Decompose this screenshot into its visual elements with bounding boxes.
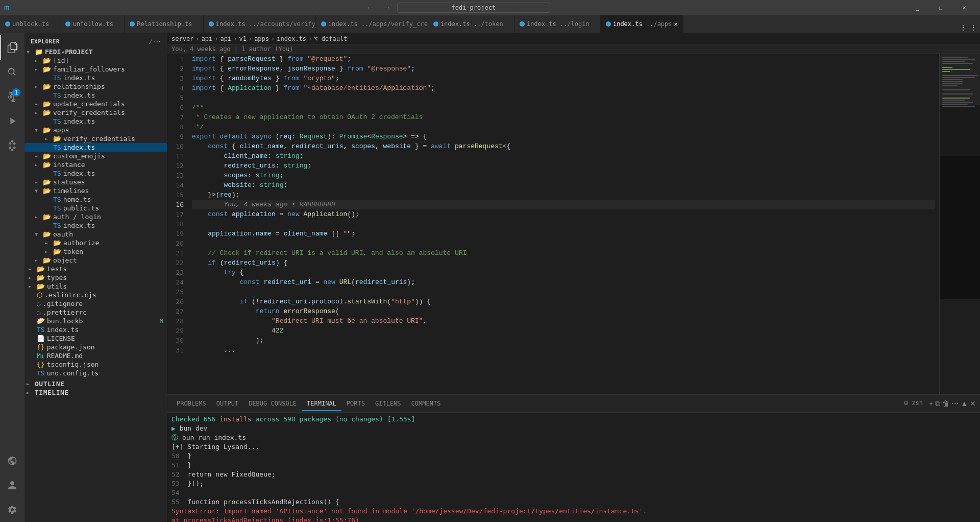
new-file-button[interactable]: ∕	[151, 37, 152, 45]
tree-item-package-json[interactable]: {} package.json	[24, 343, 167, 351]
new-terminal-button[interactable]: +	[929, 399, 933, 408]
tab-label: index.ts ../apps	[613, 20, 672, 28]
tree-item-apps[interactable]: ▼ 📂 apps	[24, 126, 167, 134]
maximize-button[interactable]: □	[929, 0, 952, 15]
tree-item-home[interactable]: TS home.ts	[24, 195, 167, 204]
tree-item-auth-login[interactable]: ► 📂 auth / login	[24, 212, 167, 221]
tab-index-accounts[interactable]: index.ts ../accounts/verify_credentials …	[204, 15, 316, 33]
tab-ports[interactable]: PORTS	[341, 397, 370, 410]
tree-item-authorize[interactable]: ► 📂 authorize	[24, 239, 167, 247]
tree-item-familiar-followers[interactable]: ► 📂 familiar_followers	[24, 65, 167, 74]
tree-item-verify-credentials[interactable]: ► 📂 verify_credentials	[24, 108, 167, 117]
tab-index-apps-verify[interactable]: index.ts ../apps/verify_credentials ✕	[316, 15, 428, 33]
timeline-section[interactable]: ► TIMELINE	[24, 388, 167, 397]
tab-label: unfollow.ts	[72, 20, 113, 28]
chevron-right-icon: ►	[35, 257, 43, 263]
activity-item-settings[interactable]	[0, 497, 24, 522]
tree-item-index-root[interactable]: TS index.ts	[24, 325, 167, 334]
tab-close-icon[interactable]: ✕	[674, 20, 678, 28]
minimize-button[interactable]: ⎯	[905, 0, 929, 15]
tree-item-timelines[interactable]: ▼ 📂 timelines	[24, 186, 167, 195]
tree-item-license[interactable]: 📄 LICENSE	[24, 334, 167, 343]
top-bar-left: ⊞	[4, 3, 9, 13]
tree-item-public[interactable]: TS public.ts	[24, 204, 167, 212]
tab-index-login[interactable]: index.ts ../login ✕	[514, 15, 601, 33]
tree-item-gitignore[interactable]: ◌ .gitignore	[24, 299, 167, 308]
ts-file-icon: TS	[37, 369, 45, 377]
tree-item-familiar-index[interactable]: TS index.ts	[24, 74, 167, 82]
tab-output[interactable]: OUTPUT	[211, 397, 243, 410]
tab-problems[interactable]: PROBLEMS	[172, 397, 211, 410]
activity-item-run[interactable]	[0, 109, 24, 133]
activity-item-remote[interactable]	[0, 448, 24, 473]
tree-item-apps-verify-credentials[interactable]: ► 📂 verify_credentials	[24, 134, 167, 143]
tab-relationship[interactable]: Relationship.ts ✕	[125, 15, 204, 33]
tree-item-oauth[interactable]: ▼ 📂 oauth	[24, 230, 167, 239]
source-control-badge: 1	[12, 88, 20, 97]
tree-item-tsconfig[interactable]: {} tsconfig.json	[24, 360, 167, 369]
ts-file-icon: TS	[53, 74, 61, 82]
tab-unblock[interactable]: unblock.ts ✕	[0, 15, 60, 33]
tree-item-apps-index[interactable]: TS index.ts	[24, 143, 167, 152]
chevron-right-icon: ►	[35, 214, 43, 220]
tree-item-token[interactable]: ► 📂 token	[24, 247, 167, 256]
terminal-line-num: 52	[172, 470, 180, 478]
tree-item-object[interactable]: ► 📂 object	[24, 256, 167, 265]
project-root[interactable]: ▼ 📁 FEDI-PROJECT	[24, 48, 167, 56]
activity-item-source-control[interactable]: 1	[0, 84, 24, 109]
tree-item-update-credentials[interactable]: ► 📂 update_credentials	[24, 100, 167, 108]
tree-item-statuses[interactable]: ► 📂 statuses	[24, 178, 167, 186]
config-file-icon: ⬡	[37, 291, 42, 299]
chevron-right-icon: ►	[45, 249, 53, 254]
new-folder-button[interactable]: ⋯	[154, 37, 161, 45]
code-content[interactable]: import { parseRequest } from "@request";…	[188, 54, 939, 394]
tree-item-verify-index[interactable]: TS index.ts	[24, 117, 167, 126]
tab-gitlens[interactable]: GITLENS	[370, 397, 406, 410]
tree-item-uno-config[interactable]: TS uno.config.ts	[24, 369, 167, 377]
more-actions-button[interactable]: ⋮	[969, 22, 978, 33]
tree-item-custom-emojis[interactable]: ► 📂 custom_emojis	[24, 152, 167, 160]
split-editor-button[interactable]: ⋮	[959, 22, 968, 33]
terminal-content[interactable]: Checked 656 installs across 598 packages…	[167, 413, 980, 522]
tab-terminal[interactable]: TERMINAL	[302, 397, 341, 411]
outline-section[interactable]: ► OUTLINE	[24, 379, 167, 388]
folder-icon: 📂	[43, 161, 51, 169]
more-panel-actions[interactable]: ⋯	[951, 399, 959, 408]
activity-item-extensions[interactable]	[0, 133, 24, 158]
activity-item-account[interactable]	[0, 473, 24, 497]
tree-item-tests[interactable]: ► 📂 tests	[24, 265, 167, 273]
folder-icon: 📂	[43, 100, 51, 108]
maximize-panel-button[interactable]: ▲	[961, 399, 968, 408]
kill-terminal-button[interactable]: 🗑	[942, 399, 949, 408]
chevron-right-icon: ►	[35, 66, 43, 72]
tab-unfollow[interactable]: unfollow.ts ✕	[60, 15, 125, 33]
code-editor[interactable]: 1 2 3 4 5 6 7 8 9 10 11 12 13 14 15 16 1	[167, 54, 980, 394]
tree-item-readme[interactable]: M↓ README.md	[24, 351, 167, 360]
activity-item-search[interactable]	[0, 60, 24, 84]
tree-item-prettierrc[interactable]: ◌ .prettierrc	[24, 308, 167, 317]
project-name: FEDI-PROJECT	[45, 48, 93, 56]
split-terminal-button[interactable]: ⧉	[935, 399, 940, 408]
tree-item-auth-index[interactable]: TS index.ts	[24, 221, 167, 230]
tree-item-types[interactable]: ► 📂 types	[24, 273, 167, 282]
tab-comments[interactable]: COMMENTS	[406, 397, 446, 410]
terminal-code: function processTicksAndRejections() {	[187, 498, 339, 506]
tree-item-id[interactable]: ► 📂 [id]	[24, 56, 167, 65]
nav-back-button[interactable]: ←	[364, 2, 377, 13]
tab-index-token[interactable]: index.ts ../token ✕	[428, 15, 514, 33]
search-bar[interactable]: fedi-project	[397, 3, 550, 13]
tree-item-instance[interactable]: ► 📂 instance	[24, 160, 167, 169]
code-line: redirect_uris: string;	[192, 161, 935, 171]
close-panel-button[interactable]: ✕	[970, 399, 976, 408]
close-button[interactable]: ✕	[952, 0, 976, 15]
tree-item-instance-index[interactable]: TS index.ts	[24, 169, 167, 178]
tree-item-utils[interactable]: ► 📂 utils	[24, 282, 167, 291]
tree-item-rel-index[interactable]: TS index.ts	[24, 91, 167, 100]
tree-item-eslintrc[interactable]: ⬡ .eslintrc.cjs	[24, 291, 167, 299]
tab-index-apps-active[interactable]: index.ts ../apps ✕	[601, 15, 683, 33]
tree-item-relationships[interactable]: ► 📂 relationships	[24, 82, 167, 91]
activity-item-explorer[interactable]	[0, 35, 24, 60]
tab-debug-console[interactable]: DEBUG CONSOLE	[243, 397, 302, 410]
nav-forward-button[interactable]: →	[381, 2, 393, 13]
tree-item-bunlockb[interactable]: 🥟 bun.lockb M	[24, 317, 167, 325]
